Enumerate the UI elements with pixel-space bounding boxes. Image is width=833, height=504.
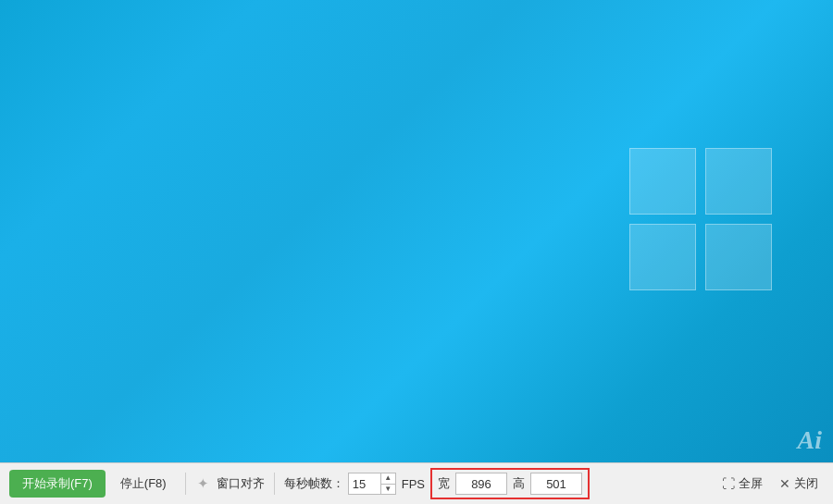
divider-1	[185, 473, 186, 495]
fps-group: 每秒帧数： 15 ▲ ▼ FPS	[284, 473, 425, 495]
close-icon: ✕	[779, 476, 790, 491]
close-label: 关闭	[794, 475, 818, 492]
win-pane-tl	[629, 148, 696, 215]
fullscreen-button[interactable]: ⛶ 全屏	[716, 472, 768, 496]
fps-pre-label: 每秒帧数：	[284, 475, 344, 492]
fps-down-arrow[interactable]: ▼	[381, 485, 395, 495]
fullscreen-icon: ⛶	[722, 476, 735, 491]
divider-2	[274, 473, 275, 495]
fps-up-arrow[interactable]: ▲	[381, 473, 395, 485]
dimension-group: 宽 高	[430, 468, 590, 499]
fps-unit-label: FPS	[402, 477, 425, 491]
height-label: 高	[513, 475, 525, 492]
win-pane-br	[705, 224, 772, 290]
window-align-label: 窗口对齐	[217, 475, 265, 492]
win-pane-tr	[705, 148, 772, 215]
desktop: Ai	[0, 0, 833, 462]
start-record-button[interactable]: 开始录制(F7)	[9, 470, 106, 498]
windows-logo	[629, 148, 777, 296]
win-pane-bl	[629, 224, 696, 290]
close-button[interactable]: ✕ 关闭	[774, 472, 824, 496]
stop-record-button[interactable]: 停止(F8)	[111, 470, 176, 498]
brightness-icon: ✦	[197, 475, 209, 492]
fps-spinner[interactable]: 15 ▲ ▼	[348, 473, 396, 495]
ai-watermark: Ai	[798, 425, 822, 455]
toolbar: 开始录制(F7) 停止(F8) ✦ 窗口对齐 每秒帧数： 15 ▲ ▼ FPS …	[0, 462, 833, 504]
fps-arrows: ▲ ▼	[380, 473, 395, 494]
width-label: 宽	[438, 475, 450, 492]
height-input[interactable]	[530, 473, 582, 495]
fps-value: 15	[353, 477, 366, 491]
width-input[interactable]	[455, 473, 507, 495]
fullscreen-label: 全屏	[739, 475, 763, 492]
